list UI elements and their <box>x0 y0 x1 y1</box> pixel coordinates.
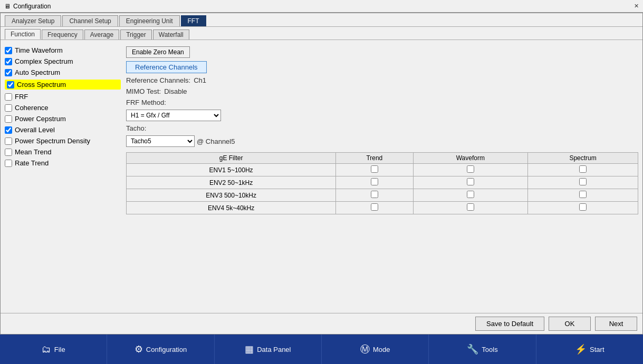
ge-trend-env4[interactable] <box>336 202 413 214</box>
ge-spectrum-env4[interactable] <box>528 202 638 214</box>
frf-method-dropdown-row: H1 = Gfx / Gff H2 = Gxx / Gxf <box>126 110 638 121</box>
taskbar-label-tools: Tools <box>482 346 497 353</box>
checkbox-complex-spectrum[interactable]: Complex Spectrum <box>5 57 121 65</box>
configuration-icon: ⚙ <box>135 343 143 355</box>
mode-icon: Ⓜ <box>360 343 370 356</box>
ge-waveform-env3[interactable] <box>413 189 528 202</box>
save-to-default-button[interactable]: Save to Default <box>475 317 544 331</box>
reference-channels-value: Ch1 <box>194 76 206 84</box>
ge-filter-env2: ENV2 50~1kHz <box>127 176 336 189</box>
taskbar-item-configuration[interactable]: ⚙ Configuration <box>107 335 214 364</box>
reference-channels-button[interactable]: Reference Channels <box>126 61 207 73</box>
tacho-select[interactable]: Tacho5 Tacho1 <box>126 135 195 147</box>
tab-waterfall[interactable]: Waterfall <box>153 29 189 40</box>
table-row: ENV3 500~10kHz <box>127 189 638 202</box>
taskbar-label-start: Start <box>590 346 604 353</box>
tacho-label: Tacho: <box>126 124 146 132</box>
tab-frequency[interactable]: Frequency <box>42 29 83 40</box>
title-bar: 🖥 Configuration ✕ <box>0 0 643 13</box>
table-row: ENV4 5k~40kHz <box>127 202 638 214</box>
reference-channels-value-row: Reference Channels: Ch1 <box>126 76 638 84</box>
top-tabs: Analyzer Setup Channel Setup Engineering… <box>1 13 642 27</box>
ge-filter-table: gE Filter Trend Waveform Spectrum ENV1 5… <box>126 152 638 214</box>
tab-average[interactable]: Average <box>84 29 119 40</box>
table-row: ENV2 50~1kHz <box>127 176 638 189</box>
ge-spectrum-env2[interactable] <box>528 176 638 189</box>
table-row: ENV1 5~100Hz <box>127 164 638 176</box>
checkbox-cross-spectrum[interactable]: Cross Spectrum <box>5 80 121 90</box>
checkbox-rate-trend[interactable]: Rate Trend <box>5 159 121 167</box>
app-icon: 🖥 <box>4 3 11 10</box>
tab-channel-setup[interactable]: Channel Setup <box>62 15 118 26</box>
ge-col-trend: Trend <box>336 153 413 164</box>
checkbox-overall-level[interactable]: Overall Level <box>5 126 121 134</box>
taskbar-item-data-panel[interactable]: ▦ Data Panel <box>215 335 322 364</box>
checkbox-auto-spectrum[interactable]: Auto Spectrum <box>5 68 121 76</box>
taskbar-item-tools[interactable]: 🔧 Tools <box>429 335 536 364</box>
ge-waveform-env4[interactable] <box>413 202 528 214</box>
mimo-test-value: Disable <box>164 87 187 95</box>
data-panel-icon: ▦ <box>245 343 254 355</box>
tools-icon: 🔧 <box>467 343 478 355</box>
file-icon: 🗂 <box>42 344 51 355</box>
frf-method-label: FRF Method: <box>126 99 166 106</box>
left-panel: Time Waveform Complex Spectrum Auto Spec… <box>5 44 121 309</box>
ge-waveform-env2[interactable] <box>413 176 528 189</box>
tab-function[interactable]: Function <box>5 29 41 40</box>
tacho-dropdown-row: Tacho5 Tacho1 @ Channel5 <box>126 135 638 147</box>
taskbar-label-configuration: Configuration <box>146 346 187 353</box>
mimo-test-label: MIMO Test: <box>126 87 161 95</box>
ge-spectrum-env1[interactable] <box>528 164 638 176</box>
title-label: Configuration <box>13 3 51 10</box>
checkbox-power-cepstrum[interactable]: Power Cepstrum <box>5 115 121 123</box>
taskbar-item-mode[interactable]: Ⓜ Mode <box>322 335 429 364</box>
checkbox-power-spectrum-density[interactable]: Power Spectrum Density <box>5 137 121 145</box>
mimo-test-row: MIMO Test: Disable <box>126 87 638 95</box>
checkbox-frf[interactable]: FRF <box>5 93 121 101</box>
tab-fft[interactable]: FFT <box>181 15 206 26</box>
right-panel: Enable Zero Mean Reference Channels Refe… <box>126 44 638 309</box>
sub-tabs: Function Frequency Average Trigger Water… <box>1 27 642 40</box>
taskbar-item-start[interactable]: ⚡ Start <box>536 335 643 364</box>
ge-col-spectrum: Spectrum <box>528 153 638 164</box>
ok-button[interactable]: OK <box>549 317 591 331</box>
taskbar-label-file: File <box>54 346 65 353</box>
taskbar-item-file[interactable]: 🗂 File <box>0 335 107 364</box>
checkbox-coherence[interactable]: Coherence <box>5 104 121 112</box>
reference-channels-label: Reference Channels: <box>126 76 190 84</box>
next-button[interactable]: Next <box>595 317 637 331</box>
tab-analyzer-setup[interactable]: Analyzer Setup <box>5 15 61 26</box>
frf-method-select[interactable]: H1 = Gfx / Gff H2 = Gxx / Gxf <box>126 110 221 121</box>
ge-col-filter: gE Filter <box>127 153 336 164</box>
taskbar-label-data-panel: Data Panel <box>257 346 291 353</box>
ge-waveform-env1[interactable] <box>413 164 528 176</box>
tacho-channel: @ Channel5 <box>197 137 235 145</box>
checkbox-mean-trend[interactable]: Mean Trend <box>5 148 121 156</box>
taskbar-label-mode: Mode <box>373 346 390 353</box>
tab-engineering-unit[interactable]: Engineering Unit <box>119 15 180 26</box>
enable-zero-mean-button[interactable]: Enable Zero Mean <box>126 46 190 58</box>
frf-method-row: FRF Method: <box>126 99 638 106</box>
title-bar-text: 🖥 Configuration <box>4 3 51 10</box>
main-window: Analyzer Setup Channel Setup Engineering… <box>0 13 643 335</box>
content-area: Time Waveform Complex Spectrum Auto Spec… <box>1 40 642 313</box>
taskbar: 🗂 File ⚙ Configuration ▦ Data Panel Ⓜ Mo… <box>0 335 643 364</box>
reference-channels-row: Reference Channels <box>126 61 638 73</box>
ge-filter-env1: ENV1 5~100Hz <box>127 164 336 176</box>
close-icon[interactable]: ✕ <box>634 3 639 9</box>
ge-col-waveform: Waveform <box>413 153 528 164</box>
ge-trend-env3[interactable] <box>336 189 413 202</box>
bottom-buttons: Save to Default OK Next <box>1 313 642 334</box>
checkbox-time-waveform[interactable]: Time Waveform <box>5 46 121 54</box>
start-icon: ⚡ <box>575 343 587 355</box>
enable-zero-mean-row: Enable Zero Mean <box>126 46 638 58</box>
ge-filter-env3: ENV3 500~10kHz <box>127 189 336 202</box>
ge-trend-env2[interactable] <box>336 176 413 189</box>
tab-trigger[interactable]: Trigger <box>120 29 152 40</box>
ge-trend-env1[interactable] <box>336 164 413 176</box>
ge-spectrum-env3[interactable] <box>528 189 638 202</box>
ge-filter-env4: ENV4 5k~40kHz <box>127 202 336 214</box>
tacho-label-row: Tacho: <box>126 124 638 132</box>
